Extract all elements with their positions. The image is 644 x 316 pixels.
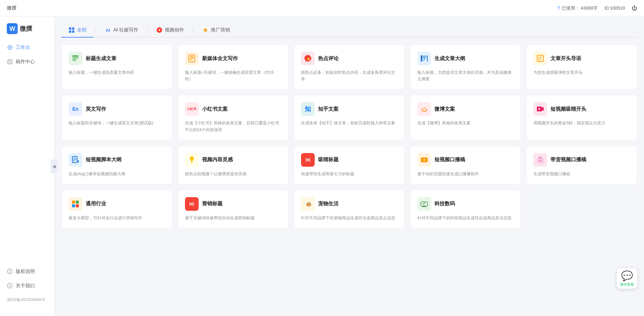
sidebar-item-about[interactable]: ⓘ 关于我们 — [0, 279, 54, 292]
logout-icon[interactable]: ⏻ — [632, 5, 637, 11]
svg-rect-13 — [72, 59, 77, 59]
card-xiaohongshu[interactable]: 小红书 小红书文案 生成【小红书】风格的各类文案，目前已覆盖小红书平台的24个内… — [178, 95, 289, 140]
svg-rect-18 — [190, 59, 192, 60]
main-content: 全部 | AI AI 社媒写作 | 视频创作 | 推广营销 — [55, 16, 644, 316]
tab-video[interactable]: 视频创作 — [149, 23, 191, 38]
svg-rect-2 — [8, 60, 12, 64]
sidebar-copyright-label: 版权说明 — [16, 269, 35, 275]
card-title-label: 新媒体全文写作 — [202, 55, 238, 62]
card-short-video-script[interactable]: 短视频脚本大纲 生成vlog口播等短视频拍摄大纲 — [61, 146, 172, 184]
card-desc: 生成【小红书】风格的各类文案，目前已覆盖小红书平台的24个内容场景 — [185, 120, 282, 133]
card-icon-zhihu: 知 — [301, 102, 315, 116]
card-pet-life[interactable]: 🐵 宠物生活 针对不同品牌下的宠物商品生成符合该商品卖点信息 — [294, 190, 405, 229]
tab-social-label: AI 社媒写作 — [113, 27, 138, 33]
card-desc: 生成【微博】风格的各类文案 — [417, 120, 514, 126]
tab-marketing[interactable]: 推广营销 — [195, 23, 237, 38]
app-header: 微撰 T 已使用： 43060字 ID:100519 ⏻ — [0, 0, 644, 16]
card-desc: 为您生成抓眼球的文章开头 — [533, 69, 630, 76]
card-desc: 基于你的话题快速生成口播播稿件 — [417, 171, 514, 177]
card-desc: 输入标题，一键生成高质量文章内容 — [69, 69, 165, 76]
copyright-icon: ⓘ — [7, 269, 13, 275]
sidebar-workbench-label: 工作台 — [16, 44, 30, 51]
tab-divider-3: | — [191, 27, 195, 33]
card-title-label: 营销标题 — [202, 201, 223, 207]
card-desc: 针对不同品牌下的科技商品生成符合该商品卖点信息 — [417, 215, 514, 221]
card-title-label: 文章开头导语 — [550, 55, 581, 62]
card-tech-digital[interactable]: 科技数码 针对不同品牌下的科技商品生成符合该商品卖点信息 — [410, 190, 521, 229]
card-ecom-video[interactable]: 带货视频口播稿 生成带货视频口播稿 — [526, 146, 637, 184]
card-article-outline[interactable]: 生成文章大纲 输入标题，为您提供文章主体的灵感，并为其创建推文摘要 — [410, 44, 521, 90]
card-desc: 输入标题和关键词，一键生成英文文章(测试版) — [69, 120, 165, 126]
usage-info: T 已使用： 43060字 — [557, 5, 598, 11]
card-icon-english-writing: En — [69, 102, 82, 116]
wechat-icon: 💬 — [621, 270, 633, 281]
svg-rect-40 — [191, 162, 192, 163]
tab-all-label: 全部 — [77, 27, 87, 33]
svg-rect-20 — [421, 55, 422, 61]
header-title: 微撰 — [7, 5, 16, 11]
sidebar-item-drafts[interactable]: 稿件中心 — [0, 55, 54, 68]
card-desc: 踏热点拍视频？让微撰来提供灵感 — [185, 171, 282, 177]
card-hot-comment[interactable]: 🔥 热点评论 踏热点必备：粘贴实时热点内容，生成多角度评论文章 — [294, 44, 405, 90]
sidebar-bottom: ⓘ 版权说明 ⓘ 关于我们 滇ICP备2022016846号 — [0, 265, 54, 309]
card-short-video-script2[interactable]: 短视频口播稿 基于你的话题快速生成口播播稿件 — [410, 146, 521, 184]
svg-point-30 — [424, 108, 425, 109]
svg-rect-46 — [76, 201, 79, 204]
card-catchy-title[interactable]: Hi 吸睛标题 快速帮你生成有吸引力的标题 — [294, 146, 405, 184]
card-marketing-title[interactable]: Hi 营销标题 基于关键词快速帮你自动生成营销标题 — [178, 190, 289, 229]
tab-social[interactable]: AI AI 社媒写作 — [98, 23, 145, 38]
card-general-industry[interactable]: 通用行业 垂直大模型，可针对全行业进行营销写作 — [61, 190, 172, 229]
card-title-article[interactable]: 标题生成文章 输入标题，一键生成高质量文章内容 — [61, 44, 172, 90]
svg-rect-8 — [72, 30, 74, 33]
card-english-writing[interactable]: En 英文写作 输入标题和关键词，一键生成英文文章(测试版) — [61, 95, 172, 140]
card-title-label: 视频内容灵感 — [202, 156, 233, 163]
sidebar-footer: 滇ICP备2022016846号 — [0, 294, 54, 306]
svg-rect-21 — [423, 55, 424, 59]
tab-video-label: 视频创作 — [165, 27, 184, 33]
card-title-label: 热点评论 — [318, 55, 339, 62]
tab-divider-1: | — [94, 27, 98, 33]
svg-point-28 — [422, 108, 426, 111]
tab-social-icon: AI — [104, 27, 111, 33]
main-layout: W 微撰 工作台 稿件中心 ⓘ 版权说明 ⓘ — [0, 16, 644, 316]
tab-all-icon — [68, 27, 75, 33]
card-title-label: 科技数码 — [434, 201, 455, 207]
card-desc: 用视频开头的黄金5秒，稳定观众注意力 — [533, 120, 630, 126]
sidebar-item-workbench[interactable]: 工作台 — [0, 41, 54, 54]
header-right: T 已使用： 43060字 ID:100519 ⏻ — [557, 5, 637, 11]
sidebar-collapse-button[interactable]: ◀ — [51, 160, 57, 173]
tab-all[interactable]: 全部 — [61, 23, 94, 38]
svg-rect-16 — [190, 56, 194, 57]
card-video-inspiration[interactable]: 视频内容灵感 踏热点拍视频？让微撰来提供灵感 — [178, 146, 289, 184]
card-desc: 快速帮你生成有吸引力的标题 — [301, 171, 398, 177]
card-desc: 生成vlog口播等短视频拍摄大纲 — [69, 171, 165, 177]
svg-rect-22 — [423, 59, 424, 61]
card-icon-article-opening — [533, 52, 547, 65]
svg-rect-12 — [72, 57, 78, 58]
card-short-video-hook[interactable]: 短视频吸睛开头 用视频开头的黄金5秒，稳定观众注意力 — [526, 95, 637, 140]
svg-rect-17 — [190, 58, 194, 58]
card-title-label: 生成文章大纲 — [434, 55, 465, 62]
card-icon-weibo — [417, 102, 431, 116]
usage-count: 43060字 — [581, 5, 598, 11]
svg-rect-23 — [424, 55, 425, 60]
svg-rect-25 — [427, 55, 428, 61]
card-icon-xiaohongshu: 小红书 — [185, 102, 199, 116]
workbench-icon — [7, 44, 13, 51]
drafts-icon — [7, 59, 13, 65]
card-zhihu[interactable]: 知 知乎文案 生成各类【知乎】体文章，有效完成软植入种草文案 — [294, 95, 405, 140]
card-icon-tech-digital — [417, 197, 431, 211]
svg-rect-45 — [72, 201, 75, 204]
svg-point-29 — [423, 109, 424, 110]
svg-rect-24 — [426, 55, 426, 58]
wechat-cs-button[interactable]: 💬 微信客服 — [617, 268, 637, 289]
usage-icon: T — [557, 5, 560, 11]
card-article-opening[interactable]: 文章开头导语 为您生成抓眼球的文章开头 — [526, 44, 637, 90]
card-icon-article-outline — [417, 52, 431, 65]
card-desc: 垂直大模型，可针对全行业进行营销写作 — [69, 215, 165, 221]
sidebar-item-copyright[interactable]: ⓘ 版权说明 — [0, 265, 54, 278]
card-new-media[interactable]: 新媒体全文写作 输入标题+关键词，一键准确生成所需文章（约15秒） — [178, 44, 289, 90]
card-weibo[interactable]: 微博文案 生成【微博】风格的各类文案 — [410, 95, 521, 140]
svg-text:🐵: 🐵 — [306, 202, 312, 207]
card-icon-marketing-title: Hi — [185, 197, 199, 211]
